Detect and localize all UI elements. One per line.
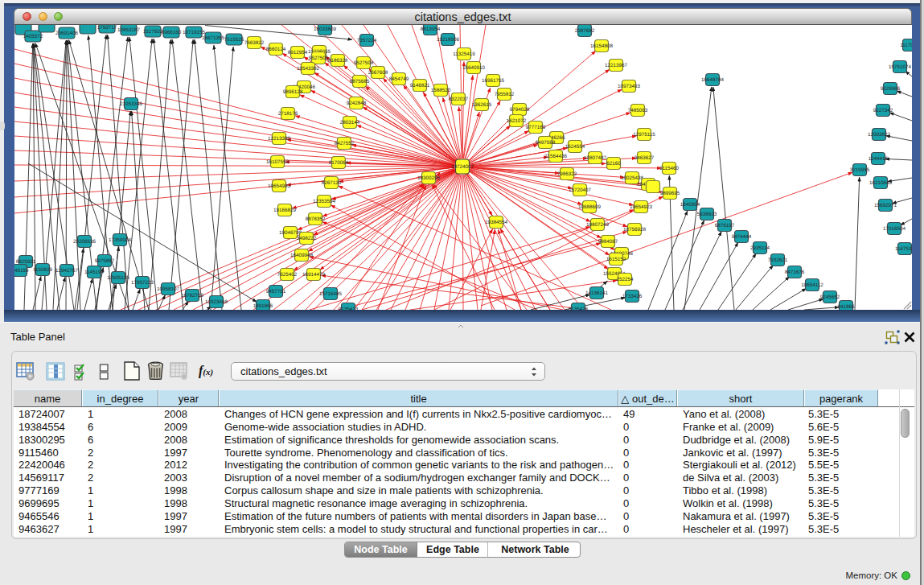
svg-text:11325419: 11325419 [453,51,475,57]
svg-text:12353594: 12353594 [313,199,336,204]
svg-text:18724007: 18724007 [451,164,474,170]
svg-text:2803144: 2803144 [340,120,360,126]
svg-text:12093822: 12093822 [868,132,891,138]
svg-text:18807249: 18807249 [586,222,610,228]
svg-text:1405572: 1405572 [23,34,43,39]
svg-text:16671355: 16671355 [202,35,225,41]
svg-text:6879197: 6879197 [715,223,735,229]
svg-text:16210643: 16210643 [869,180,893,186]
svg-text:1117033: 1117033 [900,43,912,48]
svg-text:7357224: 7357224 [357,38,377,43]
svg-text:8875685: 8875685 [350,79,370,84]
svg-text:1793717: 1793717 [97,25,117,31]
svg-text:12213389: 12213389 [268,136,291,142]
svg-text:5938923: 5938923 [697,212,717,217]
svg-text:8471676: 8471676 [785,270,805,275]
svg-text:16033809: 16033809 [314,27,337,32]
svg-text:9474444: 9474444 [732,234,752,240]
svg-text:1244415: 1244415 [869,156,889,162]
svg-text:3215955: 3215955 [850,167,870,173]
svg-text:19384554: 19384554 [485,220,508,225]
svg-text:9527506: 9527506 [309,56,329,61]
svg-text:8660124: 8660124 [266,47,286,52]
svg-text:17359924: 17359924 [109,237,132,243]
svg-text:16409948: 16409948 [290,253,314,258]
svg-text:10973493: 10973493 [618,84,641,89]
svg-text:19046798: 19046798 [279,230,302,236]
svg-text:9146821: 9146821 [410,83,430,89]
svg-text:16961755: 16961755 [482,78,505,84]
svg-text:2667608: 2667608 [368,70,388,76]
svg-text:1624554: 1624554 [565,144,585,150]
svg-text:16107553: 16107553 [266,159,290,165]
svg-text:7955812: 7955812 [495,92,515,97]
svg-text:16914479: 16914479 [302,272,326,278]
svg-text:1150829: 1150829 [33,267,53,273]
svg-text:9527508: 9527508 [354,60,374,66]
svg-text:9896128: 9896128 [283,89,303,95]
svg-text:10756928: 10756928 [623,227,647,233]
svg-text:19654923: 19654923 [630,204,653,210]
svg-text:18300295: 18300295 [417,175,441,181]
svg-text:9115460: 9115460 [659,166,680,171]
svg-text:9329966: 9329966 [881,86,901,92]
svg-text:7663822: 7663822 [244,40,265,46]
svg-text:8454749: 8454749 [389,76,409,82]
svg-text:1891866: 1891866 [253,303,273,309]
svg-text:10025438: 10025438 [621,175,644,181]
svg-text:7485063: 7485063 [628,108,648,113]
svg-text:9794028: 9794028 [510,107,530,113]
svg-text:8427552: 8427552 [335,141,355,146]
svg-text:9457791: 9457791 [266,289,286,295]
svg-text:14136141: 14136141 [585,290,609,296]
svg-text:9463627: 9463627 [634,155,655,161]
svg-text:19166829: 19166829 [273,208,297,213]
svg-text:15640910: 15640910 [462,65,486,71]
svg-text:16154808: 16154808 [590,43,614,49]
svg-text:1362615: 1362615 [472,102,492,108]
svg-text:8878352: 8878352 [306,216,326,222]
svg-text:8267130: 8267130 [322,180,342,186]
svg-text:7932621: 7932621 [768,257,788,263]
svg-text:8813054: 8813054 [421,27,441,32]
svg-text:12923468: 12923468 [205,299,228,305]
svg-text:2718176: 2718176 [278,111,298,117]
svg-text:1621072: 1621072 [507,118,527,124]
svg-text:9899695: 9899695 [660,191,680,196]
svg-text:10688609: 10688609 [578,204,602,210]
svg-text:1640954: 1640954 [680,202,700,208]
svg-text:252254: 252254 [616,277,634,282]
svg-text:1733426: 1733426 [622,294,643,299]
svg-text:9884067: 9884067 [598,239,618,245]
svg-text:15692971: 15692971 [874,203,897,208]
svg-text:21564436: 21564436 [544,154,568,159]
svg-text:8186328: 8186328 [328,58,348,64]
svg-text:10853287: 10853287 [117,27,141,33]
svg-text:7625402: 7625402 [277,272,298,278]
svg-text:10807487: 10807487 [584,155,607,161]
svg-text:2087682: 2087682 [575,28,595,34]
svg-text:16648784: 16648784 [701,77,725,83]
svg-text:2935114: 2935114 [750,245,770,251]
svg-text:949159: 949159 [14,268,29,274]
svg-text:10654112: 10654112 [801,282,823,288]
svg-text:15716485: 15716485 [319,291,343,297]
svg-text:1145194: 1145194 [84,270,105,275]
svg-text:19654983: 19654983 [268,183,291,189]
svg-text:1527602: 1527602 [143,29,163,35]
svg-text:17957223: 17957223 [131,280,154,286]
svg-text:9245652: 9245652 [820,295,840,300]
svg-text:10543382: 10543382 [297,66,320,72]
svg-text:3498222: 3498222 [297,236,317,241]
svg-text:15751074: 15751074 [889,64,912,70]
svg-text:8912954: 8912954 [288,50,308,56]
svg-text:12505135: 12505135 [107,275,130,281]
svg-text:15720407: 15720407 [569,187,592,193]
svg-text:10958107: 10958107 [157,286,180,292]
svg-text:8135426: 8135426 [569,307,589,310]
svg-text:9975887: 9975887 [95,258,115,264]
svg-text:19218506: 19218506 [437,37,460,43]
svg-text:9777169: 9777169 [526,125,546,130]
svg-text:6966160: 6966160 [162,30,182,35]
svg-text:12942757: 12942757 [55,268,79,274]
